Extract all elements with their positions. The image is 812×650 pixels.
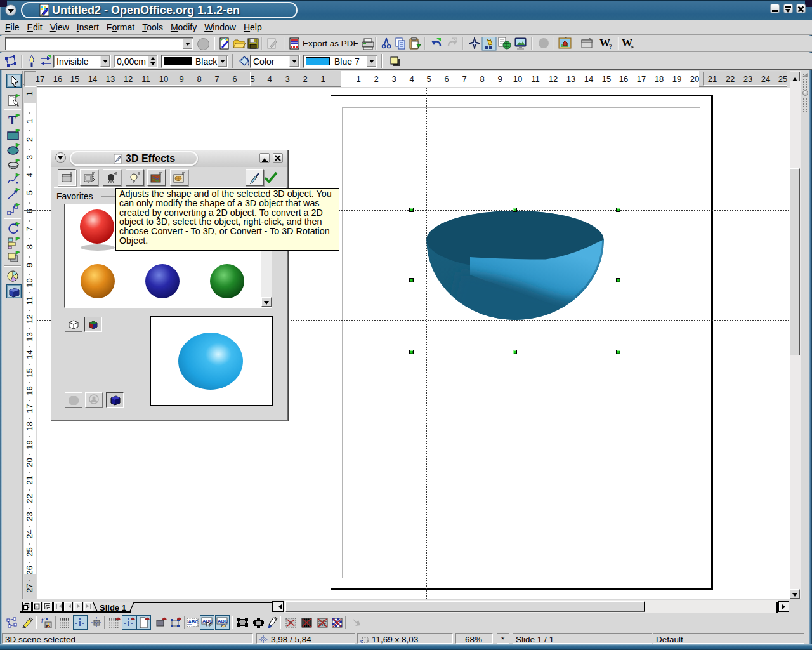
svg-text:?: ? [609, 43, 612, 50]
svg-text:ABC: ABC [218, 618, 228, 624]
svg-text:T: T [8, 114, 16, 127]
svg-text:ABC: ABC [188, 619, 199, 625]
svg-text:W: W [622, 37, 632, 49]
svg-text:f: f [41, 617, 44, 624]
